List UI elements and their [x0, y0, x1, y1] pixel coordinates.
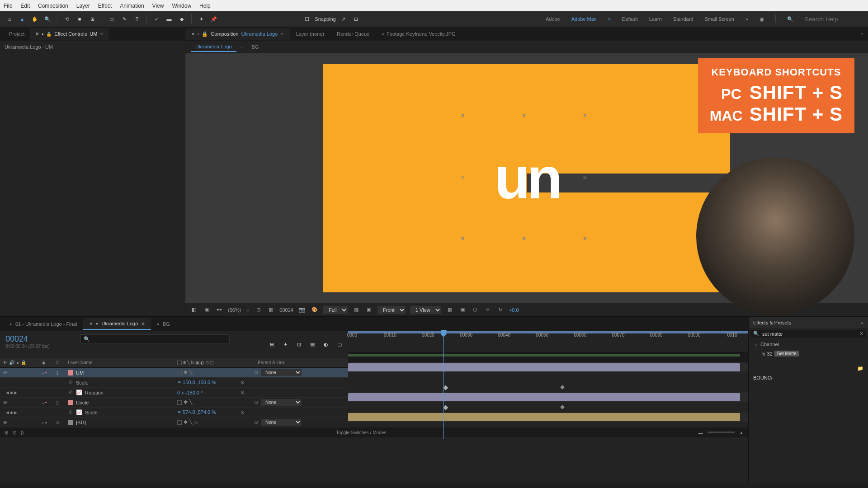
orbit-tool-icon[interactable]: ⟲ [62, 14, 72, 24]
share-icon[interactable]: ⚛ [484, 306, 492, 314]
audio-column-icon[interactable]: 🔊 [9, 360, 14, 365]
graph-icon[interactable]: 📈 [76, 389, 82, 395]
switch-col-icon[interactable]: ⬡ [210, 360, 214, 365]
snap-opt1-icon[interactable]: ↗ [339, 14, 349, 24]
chevron-right-icon[interactable]: » [745, 16, 748, 22]
label-icon[interactable]: ▪ [45, 399, 47, 405]
pickwhip-icon[interactable]: ⊙ [241, 389, 245, 395]
lock-icon[interactable]: 🔒 [202, 31, 208, 37]
composition-canvas[interactable]: un [323, 64, 730, 292]
grid-icon[interactable]: ▦ [267, 306, 275, 314]
guides-icon[interactable]: ▦ [446, 306, 454, 314]
shy-icon[interactable]: ⊡ [294, 339, 304, 349]
region-icon[interactable]: ▣ [365, 306, 373, 314]
draft3d-icon[interactable]: ✦ [280, 339, 290, 349]
footer-icon[interactable]: {} [21, 430, 24, 435]
timeline-tab-2[interactable]: × ▪ Ukramedia Logo ≡ [83, 318, 151, 330]
stopwatch-icon[interactable]: ⏱ [69, 380, 73, 385]
composition-tab[interactable]: × ▪ 🔒 Composition Ukramedia Logo ≡ [185, 28, 290, 40]
track-row-2[interactable] [348, 392, 748, 402]
switch-col-icon[interactable] [177, 361, 182, 365]
motion-blur-icon[interactable]: ◐ [321, 339, 331, 349]
parent-dropdown[interactable]: None [261, 419, 302, 426]
color-icon[interactable]: 🎨 [311, 306, 319, 314]
link-icon[interactable]: ⚭ [177, 380, 181, 385]
snap-opt2-icon[interactable]: ⊡ [351, 14, 361, 24]
res-icon[interactable]: ⊡ [254, 306, 262, 314]
exposure-value[interactable]: +0.0 [509, 307, 519, 313]
pen-tool-icon[interactable]: ✎ [119, 14, 129, 24]
camera-tool-icon[interactable]: ■ [75, 14, 85, 24]
eye-icon[interactable]: 👁 [3, 370, 8, 375]
snap-checkbox-icon[interactable]: ☐ [302, 14, 312, 24]
menu-edit[interactable]: Edit [20, 3, 30, 9]
composition-viewer[interactable]: un KEYBOARD SHORTCUTS PC SHIFT + S MAC [185, 53, 868, 303]
property-row-scale[interactable]: ⏱Scale ⚭ 150.0 ,150.0 % ⊙ [0, 378, 348, 388]
adobemax-link[interactable]: Adobe Max [571, 16, 597, 22]
track-prop-1[interactable] [348, 372, 748, 382]
clear-search-icon[interactable]: ✕ [859, 331, 863, 337]
panel-options-icon[interactable]: ≡ [856, 31, 868, 37]
home-icon[interactable]: ⌂ [5, 14, 14, 24]
toggle-switches-button[interactable]: Toggle Switches / Modes [336, 430, 387, 435]
pickwhip-icon[interactable]: ⊙ [254, 370, 258, 375]
zoom-tool-icon[interactable]: 🔍 [42, 14, 52, 24]
solo-column-icon[interactable]: ● [16, 360, 19, 365]
keyframe-icon[interactable] [443, 385, 448, 390]
kf-diamond-icon[interactable]: ◆ [10, 390, 13, 395]
pickwhip-icon[interactable]: ⊙ [241, 380, 245, 385]
work-area[interactable] [348, 354, 740, 357]
eraser-tool-icon[interactable]: ◆ [177, 14, 187, 24]
menu-file[interactable]: File [4, 3, 12, 9]
panel-menu-icon[interactable]: ≡ [100, 31, 103, 37]
layer-row-um[interactable]: 👁 ⌄▪ 1 UM ✱╲ ⊙None [0, 368, 348, 378]
dropdown-icon[interactable]: ⌄ [245, 307, 250, 313]
resolution-dropdown[interactable]: Full [323, 306, 348, 314]
footage-tab[interactable]: ▪ Footage Keyframe Veocity.JPG [376, 28, 462, 39]
effect-controls-tab[interactable]: × ▪ 🔒 Effect Controls UM ≡ [30, 28, 108, 40]
workspace-default[interactable]: Default [622, 16, 638, 22]
link-icon[interactable]: ⚭ [177, 409, 181, 415]
menu-effect[interactable]: Effect [98, 3, 112, 9]
property-value[interactable]: 574.0 ,574.0 % [183, 409, 216, 415]
clone-tool-icon[interactable]: ▬ [164, 14, 174, 24]
timeline-ruler[interactable]: 0000 00010 00020 00030 00040 00050 00060… [348, 331, 748, 352]
new-bin-icon[interactable]: 📁 [857, 366, 863, 371]
channel-icon[interactable]: ▣ [203, 306, 211, 314]
menu-view[interactable]: View [152, 3, 164, 9]
effects-item[interactable]: fx 32 Set Matte [749, 349, 868, 358]
stopwatch-icon[interactable]: ⏱ [69, 410, 73, 415]
shape-tool-icon[interactable]: ▭ [107, 14, 117, 24]
parent-column[interactable]: Parent & Link [254, 360, 322, 365]
refresh-icon[interactable]: ↻ [496, 306, 505, 314]
pickwhip-icon[interactable]: ⊙ [241, 409, 245, 415]
pickwhip-icon[interactable]: ⊙ [254, 419, 258, 425]
effects-category[interactable]: ⌄ Channel [749, 339, 868, 349]
panel-menu-icon[interactable]: ≡ [861, 320, 863, 325]
switch-col-icon[interactable]: ▣ [195, 360, 199, 365]
layer-name-column[interactable]: Layer Name [64, 360, 177, 365]
pickwhip-icon[interactable]: ⊙ [254, 399, 258, 405]
track-prop-3[interactable] [348, 402, 748, 412]
eye-icon[interactable]: 👁 [3, 400, 8, 405]
next-kf-icon[interactable]: ▶ [14, 390, 17, 395]
label-icon[interactable]: ▪ [45, 370, 47, 375]
current-frame[interactable]: 00024 [5, 334, 71, 344]
twirl-down-icon[interactable]: ⌄ [753, 341, 758, 347]
layer-row-bg[interactable]: 👁 ›▪ 3 [BG] ✱╲fx ⊙None [0, 418, 348, 427]
footer-icon[interactable]: ⊞ [5, 430, 8, 435]
timeline-search[interactable]: 🔍 [80, 334, 230, 343]
close-icon[interactable]: × [90, 321, 92, 326]
pan-behind-tool-icon[interactable]: ⊞ [87, 14, 97, 24]
property-value[interactable]: 0 x -180.0 ° [177, 390, 203, 395]
menu-composition[interactable]: Composition [38, 3, 68, 9]
effects-search[interactable]: 🔍 ✕ [750, 330, 866, 338]
twirl-right-icon[interactable]: › [41, 420, 45, 425]
footer-icon[interactable]: ⊡ [13, 430, 16, 435]
alpha-icon[interactable]: ◧ [190, 306, 198, 314]
property-row-scale2[interactable]: ◀◆▶ ⏱📈Scale ⚭ 574.0 ,574.0 % ⊙ [0, 408, 348, 418]
mask-icon[interactable]: 👓 [215, 306, 223, 314]
eye-column-icon[interactable]: 👁 [3, 360, 7, 365]
switch-col-icon[interactable]: ✱ [183, 360, 186, 365]
timeline-tab-3[interactable]: ▪ BG [151, 319, 176, 329]
